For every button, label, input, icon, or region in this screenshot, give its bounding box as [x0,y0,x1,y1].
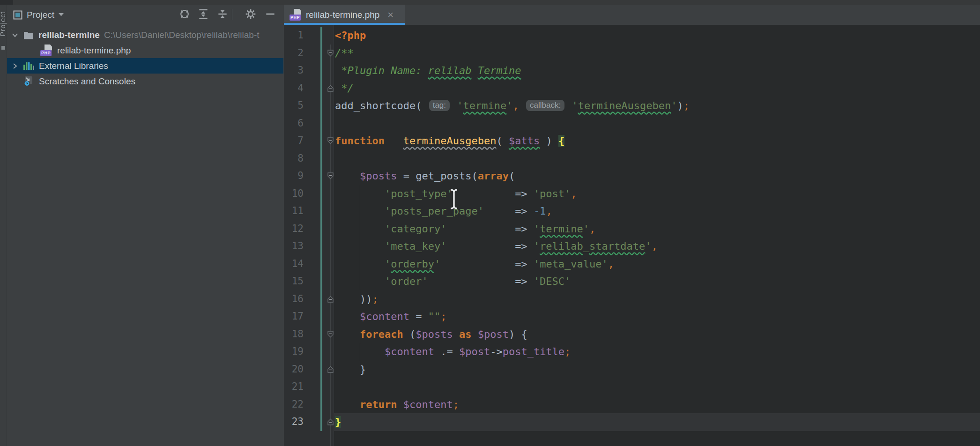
line-number: 1 [284,27,304,45]
line-number: 5 [284,97,304,115]
parameter-hint: tag: [429,100,450,111]
line-number: 21 [284,378,304,396]
code-line-1: <?php [335,27,366,45]
code-line-3: *Plugin Name: relilab Termine [335,62,521,80]
current-line-highlight [334,413,980,431]
code-line-9: $posts = get_posts(array( [335,167,515,185]
tree-item-php-file[interactable]: PHP relilab-termine.php [7,43,283,58]
php-file-icon: PHP [40,45,52,57]
code-editor[interactable]: 1234567891011121314151617181920212223 <?… [284,25,980,446]
code-line-19: $content .= $post->post_title; [335,343,571,361]
code-line-7: function termineAusgeben( $atts ) { [335,132,564,150]
libraries-icon [23,62,34,70]
fold-end-marker[interactable] [327,85,334,92]
project-view-title: Project [27,10,54,20]
expand-all-button[interactable] [195,7,211,22]
chevron-down-icon[interactable] [11,31,19,39]
tool-window-bar: Project [0,5,7,446]
close-icon[interactable]: × [387,10,393,20]
code-line-17: $content = ""; [335,308,446,326]
code-line-18: foreach ($posts as $post) { [335,326,527,343]
target-icon [178,8,191,20]
editor-tab-relilab-termine[interactable]: PHP relilab-termine.php × [284,5,405,25]
tree-item-project-root[interactable]: relilab-termine C:\Users\Daniel\Desktop\… [7,27,283,43]
fold-start-marker[interactable] [327,172,334,179]
code-line-13: 'meta_key' => 'relilab_startdate', [335,238,658,255]
code-line-16: )); [335,290,379,308]
expand-all-icon [197,8,209,20]
code-line-11: 'posts_per_page' => -1, [335,202,552,220]
project-view-icon [13,10,22,20]
php-file-icon: PHP [290,9,302,21]
line-number: 6 [284,115,304,133]
chevron-down-icon [59,13,64,16]
fold-start-marker[interactable] [327,137,334,144]
tree-item-label: External Libraries [39,61,108,71]
toolbar-divider [232,9,232,20]
collapse-all-icon [216,8,229,20]
code-line-4: */ [335,80,354,97]
gear-icon [245,8,257,20]
line-number: 18 [284,326,304,343]
tree-item-label: Scratches and Consoles [39,76,135,87]
parameter-hint: callback: [526,100,564,111]
project-view-selector[interactable]: Project [13,7,64,22]
folder-icon [23,31,34,39]
tree-item-path: C:\Users\Daniel\Desktop\relilab\relilab-… [104,30,260,40]
code-line-12: 'category' => 'termine', [335,220,595,238]
tree-item-external-libraries[interactable]: External Libraries [7,58,283,74]
collapse-all-button[interactable] [215,7,230,22]
code-line-2: /** [335,45,354,62]
fold-guide-line [330,45,331,446]
line-number: 20 [284,361,304,379]
fold-end-marker[interactable] [327,418,334,425]
line-number: 9 [284,167,304,185]
scratches-icon [23,76,34,87]
code-line-15: 'order' => 'DESC' [335,273,571,290]
fold-start-marker[interactable] [327,50,334,57]
line-number: 3 [284,62,304,80]
line-number: 7 [284,132,304,150]
header-band: Project [7,5,980,25]
fold-end-marker[interactable] [327,366,334,373]
code-line-20: } [335,361,366,379]
hide-panel-button[interactable] [262,7,278,22]
code-line-14: 'orderby' => 'meta_value', [335,255,614,273]
line-number: 19 [284,343,304,361]
code-line-23: } [335,413,341,431]
tool-window-stripe-icon [1,46,5,50]
line-number: 17 [284,308,304,326]
minus-icon [264,8,276,20]
line-number: 16 [284,290,304,308]
fold-start-marker[interactable] [327,331,334,338]
tab-label: relilab-termine.php [306,10,379,20]
line-number: 23 [284,413,304,431]
line-number: 14 [284,255,304,273]
line-number: 12 [284,220,304,238]
line-number: 15 [284,273,304,290]
window-top-strip [0,0,980,5]
window-top-corner [0,0,13,5]
project-tool-window-stripe-button[interactable]: Project [0,11,7,37]
select-opened-file-button[interactable] [177,7,193,22]
line-number: 2 [284,45,304,62]
ibeam-mouse-cursor [448,188,460,210]
settings-button[interactable] [243,7,259,22]
vcs-added-marker [320,27,322,431]
gutter-separator [334,25,334,446]
line-number: 10 [284,185,304,203]
tree-item-label: relilab-termine.php [57,45,131,56]
line-number: 22 [284,396,304,414]
line-number: 8 [284,150,304,168]
line-number: 4 [284,80,304,97]
chevron-right-icon[interactable] [11,62,19,70]
fold-end-marker[interactable] [327,296,334,303]
code-line-22: return $content; [335,396,459,414]
project-tree-panel: relilab-termine C:\Users\Daniel\Desktop\… [7,25,283,446]
tree-item-scratches[interactable]: Scratches and Consoles [7,74,283,89]
tree-item-label: relilab-termine [38,30,100,40]
line-number: 13 [284,238,304,255]
line-number: 11 [284,202,304,220]
code-line-5: add_shortcode( tag: 'termine', callback:… [335,97,690,115]
